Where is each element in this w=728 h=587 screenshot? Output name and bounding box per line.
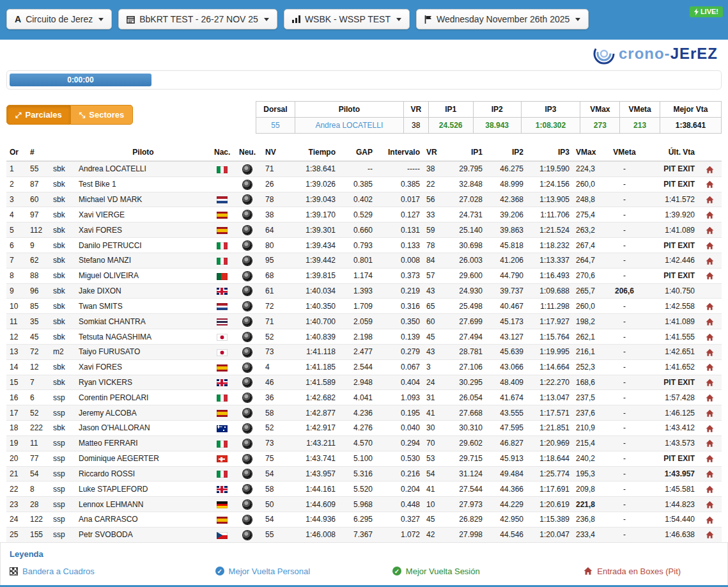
rider-name-link[interactable]: Xavi VIERGE <box>75 207 211 223</box>
rider-name-link[interactable]: Jake DIXON <box>75 283 211 299</box>
sector1-time-link[interactable]: 27.028 <box>445 192 486 207</box>
sector2-time-link[interactable]: 46.275 <box>486 161 527 176</box>
rider-number-link[interactable]: 11 <box>27 435 50 451</box>
sector3-time-link[interactable]: 1:14.664 <box>527 359 573 375</box>
rider-name-link[interactable]: Michael VD MARK <box>75 192 211 207</box>
sector3-time-link[interactable]: 1:21.851 <box>527 421 573 436</box>
sector2-time-link[interactable]: 44.229 <box>486 497 527 512</box>
sector3-time-link[interactable]: 1:22.270 <box>527 375 573 390</box>
event-dropdown[interactable]: BbKRT TEST - 26-27 NOV 25 <box>118 9 277 29</box>
sector1-time-link[interactable]: 32.848 <box>445 176 486 192</box>
best-time-link[interactable]: 1:39.026 <box>288 176 339 192</box>
sector2-time-link[interactable]: 41.206 <box>486 253 527 268</box>
sector3-time-link[interactable]: 1:19.590 <box>527 161 573 176</box>
best-time-link[interactable]: 1:39.170 <box>288 207 339 223</box>
rider-number-link[interactable]: 52 <box>27 405 50 421</box>
sector1-time-link[interactable]: 24.731 <box>445 207 486 223</box>
rider-number-link[interactable]: 112 <box>27 223 50 238</box>
rider-name-link[interactable]: Corentin PEROLARI <box>75 390 211 405</box>
sector1-time-link[interactable]: 27.998 <box>445 527 486 542</box>
best-time-link[interactable]: 1:40.700 <box>288 314 339 329</box>
rider-number-link[interactable]: 45 <box>27 329 50 345</box>
rider-name-link[interactable]: Stefano MANZI <box>75 253 211 268</box>
rider-number-link[interactable]: 97 <box>27 207 50 223</box>
sector3-time-link[interactable]: 1:09.688 <box>527 283 573 299</box>
sector2-time-link[interactable]: 45.818 <box>486 238 527 253</box>
sector2-time-link[interactable]: 39.206 <box>486 207 527 223</box>
rider-name-link[interactable]: Ryan VICKERS <box>75 375 211 390</box>
sector1-time-link[interactable]: 29.795 <box>445 161 486 176</box>
sector3-time-link[interactable]: 1:20.619 <box>527 497 573 512</box>
rider-number-link[interactable]: 54 <box>27 466 50 481</box>
sector1-time-link[interactable]: 24.930 <box>445 283 486 299</box>
sector2-time-link[interactable]: 44.546 <box>486 527 527 542</box>
sector2-time-link[interactable]: 40.467 <box>486 299 527 314</box>
sector3-time-link[interactable]: 1:18.232 <box>527 238 573 253</box>
rider-name-link[interactable]: Xavi FORES <box>75 223 211 238</box>
sector1-time-link[interactable]: 27.699 <box>445 314 486 329</box>
sectores-button[interactable]: ⤡ Sectores <box>71 105 134 125</box>
sector3-time-link[interactable]: 1:18.644 <box>527 451 573 466</box>
best-time-link[interactable]: 1:44.161 <box>288 481 339 497</box>
rider-number-link[interactable]: 62 <box>27 253 50 268</box>
rider-number-link[interactable]: 35 <box>27 314 50 329</box>
rider-name-link[interactable]: Xavi FORES <box>75 359 211 375</box>
rider-name-link[interactable]: Taiyo FURUSATO <box>75 344 211 359</box>
best-time-link[interactable]: 1:42.917 <box>288 421 339 436</box>
sector2-time-link[interactable]: 44.366 <box>486 481 527 497</box>
circuit-dropdown[interactable]: A Circuito de Jerez <box>6 9 112 29</box>
sector3-time-link[interactable]: 1:17.691 <box>527 481 573 497</box>
rider-number-link[interactable]: 28 <box>27 497 50 512</box>
best-time-link[interactable]: 1:41.589 <box>288 375 339 390</box>
best-lap-piloto-link[interactable]: Andrea LOCATELLI <box>295 118 403 134</box>
parciales-button[interactable]: ⤢ Parciales <box>6 105 71 125</box>
best-time-link[interactable]: 1:42.877 <box>288 405 339 421</box>
rider-name-link[interactable]: Tetsuta NAGASHIMA <box>75 329 211 345</box>
best-time-link[interactable]: 1:43.211 <box>288 435 339 451</box>
rider-name-link[interactable]: Lennox LEHMANN <box>75 497 211 512</box>
sector3-time-link[interactable]: 1:25.774 <box>527 466 573 481</box>
sector2-time-link[interactable]: 47.595 <box>486 421 527 436</box>
sector3-time-link[interactable]: 1:13.905 <box>527 192 573 207</box>
sector1-time-link[interactable]: 30.295 <box>445 375 486 390</box>
sector2-time-link[interactable]: 39.737 <box>486 283 527 299</box>
sector2-time-link[interactable]: 48.999 <box>486 176 527 192</box>
rider-name-link[interactable]: Danilo PETRUCCI <box>75 238 211 253</box>
sector1-time-link[interactable]: 25.140 <box>445 223 486 238</box>
rider-name-link[interactable]: Petr SVOBODA <box>75 527 211 542</box>
best-time-link[interactable]: 1:39.815 <box>288 268 339 283</box>
best-time-link[interactable]: 1:38.641 <box>288 161 339 176</box>
sector2-time-link[interactable]: 46.827 <box>486 435 527 451</box>
day-dropdown[interactable]: Wednesday November 26th 2025 <box>416 9 589 29</box>
best-time-link[interactable]: 1:41.118 <box>288 344 339 359</box>
sector1-time-link[interactable]: 29.602 <box>445 435 486 451</box>
sector3-time-link[interactable]: 1:11.298 <box>527 299 573 314</box>
rider-name-link[interactable]: Jason O'HALLORAN <box>75 421 211 436</box>
sector1-time-link[interactable]: 30.310 <box>445 421 486 436</box>
rider-name-link[interactable]: Luke STAPLEFORD <box>75 481 211 497</box>
sector3-time-link[interactable]: 1:20.047 <box>527 527 573 542</box>
sector1-time-link[interactable]: 29.600 <box>445 268 486 283</box>
sector2-time-link[interactable]: 41.674 <box>486 390 527 405</box>
sector1-time-link[interactable]: 26.003 <box>445 253 486 268</box>
rider-name-link[interactable]: Andrea LOCATELLI <box>75 161 211 176</box>
rider-name-link[interactable]: Ana CARRASCO <box>75 512 211 528</box>
session-dropdown[interactable]: WSBK - WSSP TEST <box>284 9 410 29</box>
sector3-time-link[interactable]: 1:15.764 <box>527 329 573 345</box>
rider-number-link[interactable]: 222 <box>27 421 50 436</box>
sector3-time-link[interactable]: 1:21.524 <box>527 223 573 238</box>
sector1-time-link[interactable]: 28.781 <box>445 344 486 359</box>
sector2-time-link[interactable]: 44.790 <box>486 268 527 283</box>
sector2-time-link[interactable]: 42.368 <box>486 192 527 207</box>
best-time-link[interactable]: 1:46.008 <box>288 527 339 542</box>
best-time-link[interactable]: 1:43.741 <box>288 451 339 466</box>
sector3-time-link[interactable]: 1:24.156 <box>527 176 573 192</box>
sector1-time-link[interactable]: 27.668 <box>445 405 486 421</box>
sector1-time-link[interactable]: 27.973 <box>445 497 486 512</box>
rider-number-link[interactable]: 7 <box>27 375 50 390</box>
sector1-time-link[interactable]: 27.494 <box>445 329 486 345</box>
rider-name-link[interactable]: Twan SMITS <box>75 299 211 314</box>
sector1-time-link[interactable]: 26.829 <box>445 512 486 528</box>
sector2-time-link[interactable]: 45.173 <box>486 314 527 329</box>
rider-name-link[interactable]: Dominique AEGERTER <box>75 451 211 466</box>
